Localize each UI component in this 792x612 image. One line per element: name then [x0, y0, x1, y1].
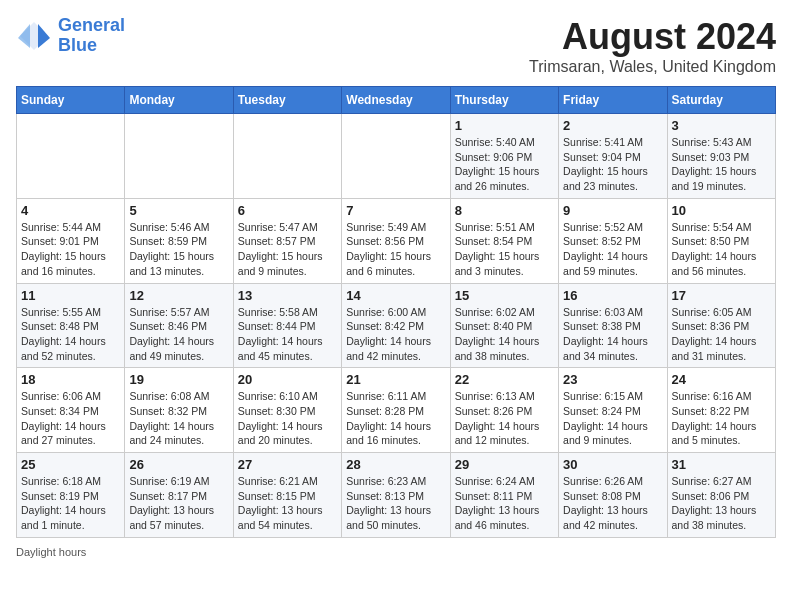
day-number: 15 — [455, 288, 554, 303]
day-number: 28 — [346, 457, 445, 472]
calendar-cell: 9Sunrise: 5:52 AM Sunset: 8:52 PM Daylig… — [559, 198, 667, 283]
calendar-cell: 11Sunrise: 5:55 AM Sunset: 8:48 PM Dayli… — [17, 283, 125, 368]
calendar-cell — [342, 114, 450, 199]
calendar-cell: 21Sunrise: 6:11 AM Sunset: 8:28 PM Dayli… — [342, 368, 450, 453]
calendar-cell — [125, 114, 233, 199]
day-info: Sunrise: 5:54 AM Sunset: 8:50 PM Dayligh… — [672, 220, 771, 279]
day-number: 17 — [672, 288, 771, 303]
day-number: 2 — [563, 118, 662, 133]
daylight-label: Daylight hours — [16, 546, 86, 558]
location: Trimsaran, Wales, United Kingdom — [529, 58, 776, 76]
calendar-week-row: 4Sunrise: 5:44 AM Sunset: 9:01 PM Daylig… — [17, 198, 776, 283]
day-number: 19 — [129, 372, 228, 387]
day-info: Sunrise: 6:24 AM Sunset: 8:11 PM Dayligh… — [455, 474, 554, 533]
calendar-cell: 27Sunrise: 6:21 AM Sunset: 8:15 PM Dayli… — [233, 453, 341, 538]
col-header-wednesday: Wednesday — [342, 87, 450, 114]
calendar-table: SundayMondayTuesdayWednesdayThursdayFrid… — [16, 86, 776, 538]
calendar-cell: 22Sunrise: 6:13 AM Sunset: 8:26 PM Dayli… — [450, 368, 558, 453]
day-number: 20 — [238, 372, 337, 387]
footer: Daylight hours — [16, 546, 776, 558]
col-header-monday: Monday — [125, 87, 233, 114]
day-info: Sunrise: 5:41 AM Sunset: 9:04 PM Dayligh… — [563, 135, 662, 194]
day-info: Sunrise: 6:13 AM Sunset: 8:26 PM Dayligh… — [455, 389, 554, 448]
calendar-week-row: 11Sunrise: 5:55 AM Sunset: 8:48 PM Dayli… — [17, 283, 776, 368]
day-number: 27 — [238, 457, 337, 472]
day-info: Sunrise: 6:18 AM Sunset: 8:19 PM Dayligh… — [21, 474, 120, 533]
day-info: Sunrise: 5:52 AM Sunset: 8:52 PM Dayligh… — [563, 220, 662, 279]
calendar-cell — [17, 114, 125, 199]
day-number: 22 — [455, 372, 554, 387]
day-info: Sunrise: 6:03 AM Sunset: 8:38 PM Dayligh… — [563, 305, 662, 364]
col-header-thursday: Thursday — [450, 87, 558, 114]
day-number: 18 — [21, 372, 120, 387]
calendar-cell: 30Sunrise: 6:26 AM Sunset: 8:08 PM Dayli… — [559, 453, 667, 538]
day-number: 9 — [563, 203, 662, 218]
day-info: Sunrise: 6:05 AM Sunset: 8:36 PM Dayligh… — [672, 305, 771, 364]
day-info: Sunrise: 6:26 AM Sunset: 8:08 PM Dayligh… — [563, 474, 662, 533]
day-number: 31 — [672, 457, 771, 472]
day-number: 4 — [21, 203, 120, 218]
calendar-cell — [233, 114, 341, 199]
day-number: 24 — [672, 372, 771, 387]
calendar-cell: 26Sunrise: 6:19 AM Sunset: 8:17 PM Dayli… — [125, 453, 233, 538]
day-info: Sunrise: 6:19 AM Sunset: 8:17 PM Dayligh… — [129, 474, 228, 533]
day-info: Sunrise: 5:58 AM Sunset: 8:44 PM Dayligh… — [238, 305, 337, 364]
col-header-friday: Friday — [559, 87, 667, 114]
day-info: Sunrise: 5:55 AM Sunset: 8:48 PM Dayligh… — [21, 305, 120, 364]
day-info: Sunrise: 6:15 AM Sunset: 8:24 PM Dayligh… — [563, 389, 662, 448]
day-info: Sunrise: 6:06 AM Sunset: 8:34 PM Dayligh… — [21, 389, 120, 448]
day-info: Sunrise: 5:51 AM Sunset: 8:54 PM Dayligh… — [455, 220, 554, 279]
day-number: 30 — [563, 457, 662, 472]
calendar-cell: 6Sunrise: 5:47 AM Sunset: 8:57 PM Daylig… — [233, 198, 341, 283]
day-number: 14 — [346, 288, 445, 303]
day-number: 23 — [563, 372, 662, 387]
day-number: 10 — [672, 203, 771, 218]
logo-icon — [16, 18, 52, 54]
day-number: 1 — [455, 118, 554, 133]
calendar-week-row: 18Sunrise: 6:06 AM Sunset: 8:34 PM Dayli… — [17, 368, 776, 453]
day-info: Sunrise: 6:00 AM Sunset: 8:42 PM Dayligh… — [346, 305, 445, 364]
day-number: 26 — [129, 457, 228, 472]
calendar-cell: 18Sunrise: 6:06 AM Sunset: 8:34 PM Dayli… — [17, 368, 125, 453]
logo: General Blue — [16, 16, 125, 56]
logo-text: General Blue — [58, 16, 125, 56]
calendar-header-row: SundayMondayTuesdayWednesdayThursdayFrid… — [17, 87, 776, 114]
calendar-cell: 25Sunrise: 6:18 AM Sunset: 8:19 PM Dayli… — [17, 453, 125, 538]
day-number: 12 — [129, 288, 228, 303]
calendar-week-row: 1Sunrise: 5:40 AM Sunset: 9:06 PM Daylig… — [17, 114, 776, 199]
calendar-cell: 12Sunrise: 5:57 AM Sunset: 8:46 PM Dayli… — [125, 283, 233, 368]
day-number: 16 — [563, 288, 662, 303]
calendar-cell: 2Sunrise: 5:41 AM Sunset: 9:04 PM Daylig… — [559, 114, 667, 199]
calendar-cell: 17Sunrise: 6:05 AM Sunset: 8:36 PM Dayli… — [667, 283, 775, 368]
col-header-saturday: Saturday — [667, 87, 775, 114]
day-info: Sunrise: 6:11 AM Sunset: 8:28 PM Dayligh… — [346, 389, 445, 448]
day-number: 25 — [21, 457, 120, 472]
calendar-week-row: 25Sunrise: 6:18 AM Sunset: 8:19 PM Dayli… — [17, 453, 776, 538]
day-info: Sunrise: 6:21 AM Sunset: 8:15 PM Dayligh… — [238, 474, 337, 533]
calendar-cell: 5Sunrise: 5:46 AM Sunset: 8:59 PM Daylig… — [125, 198, 233, 283]
day-number: 3 — [672, 118, 771, 133]
month-title: August 2024 — [529, 16, 776, 58]
calendar-cell: 4Sunrise: 5:44 AM Sunset: 9:01 PM Daylig… — [17, 198, 125, 283]
col-header-tuesday: Tuesday — [233, 87, 341, 114]
calendar-cell: 24Sunrise: 6:16 AM Sunset: 8:22 PM Dayli… — [667, 368, 775, 453]
calendar-cell: 23Sunrise: 6:15 AM Sunset: 8:24 PM Dayli… — [559, 368, 667, 453]
page-header: General Blue August 2024 Trimsaran, Wale… — [16, 16, 776, 76]
day-info: Sunrise: 6:02 AM Sunset: 8:40 PM Dayligh… — [455, 305, 554, 364]
day-info: Sunrise: 6:23 AM Sunset: 8:13 PM Dayligh… — [346, 474, 445, 533]
calendar-cell: 14Sunrise: 6:00 AM Sunset: 8:42 PM Dayli… — [342, 283, 450, 368]
day-info: Sunrise: 5:40 AM Sunset: 9:06 PM Dayligh… — [455, 135, 554, 194]
day-number: 21 — [346, 372, 445, 387]
day-number: 13 — [238, 288, 337, 303]
calendar-cell: 15Sunrise: 6:02 AM Sunset: 8:40 PM Dayli… — [450, 283, 558, 368]
calendar-cell: 3Sunrise: 5:43 AM Sunset: 9:03 PM Daylig… — [667, 114, 775, 199]
day-info: Sunrise: 5:57 AM Sunset: 8:46 PM Dayligh… — [129, 305, 228, 364]
day-info: Sunrise: 5:47 AM Sunset: 8:57 PM Dayligh… — [238, 220, 337, 279]
title-block: August 2024 Trimsaran, Wales, United Kin… — [529, 16, 776, 76]
day-info: Sunrise: 5:44 AM Sunset: 9:01 PM Dayligh… — [21, 220, 120, 279]
day-number: 5 — [129, 203, 228, 218]
day-number: 6 — [238, 203, 337, 218]
day-number: 8 — [455, 203, 554, 218]
calendar-cell: 19Sunrise: 6:08 AM Sunset: 8:32 PM Dayli… — [125, 368, 233, 453]
calendar-cell: 28Sunrise: 6:23 AM Sunset: 8:13 PM Dayli… — [342, 453, 450, 538]
